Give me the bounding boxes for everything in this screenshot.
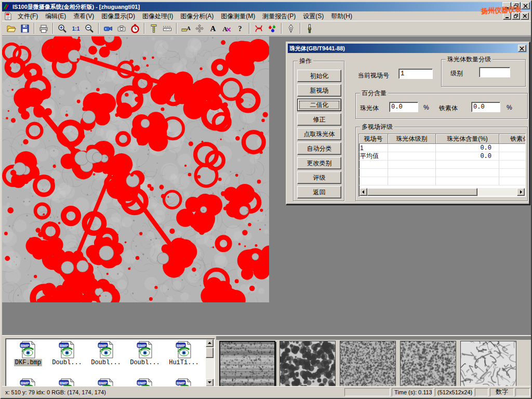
micrograph-image[interactable] <box>2 36 269 302</box>
table-horizontal-scrollbar[interactable] <box>360 188 525 196</box>
toolbar-button-help[interactable]: ? <box>233 22 247 35</box>
file-item[interactable]: BMPDoubl... <box>48 341 86 366</box>
table-cell <box>499 177 526 185</box>
toolbar-button-actual-size[interactable]: 1:1 <box>69 22 83 35</box>
toolbar-button-open[interactable] <box>5 22 18 35</box>
text-icon: A <box>208 23 218 34</box>
thumbnail-2[interactable] <box>280 341 336 388</box>
file-item[interactable]: BMPDoubl... <box>87 341 125 366</box>
timer-icon <box>130 23 140 34</box>
save-icon <box>20 23 30 34</box>
op-button-3[interactable]: 二值化 <box>297 99 341 111</box>
dialog-title-bar[interactable]: 珠光体(GB/T9441-88) <box>288 44 528 53</box>
file-vertical-scrollbar[interactable] <box>206 339 214 387</box>
menu-item[interactable]: 帮助(H) <box>327 11 356 21</box>
document-icon[interactable] <box>4 12 12 20</box>
toolbar-button-ruler[interactable] <box>161 22 174 35</box>
ruler-icon <box>162 23 172 34</box>
percent-group: 百分含量 珠光体 % 铁素体 % <box>355 93 528 119</box>
table-column-header[interactable]: 珠光体含量(%) <box>436 134 499 144</box>
menu-item[interactable]: 图像测量(M) <box>217 11 259 21</box>
menu-items: 文件(F)编辑(E)查看(V)图像显示(D)图像处理(I)图像分析(A)图像测量… <box>14 11 356 21</box>
file-item[interactable]: BMPHuiTi... <box>165 341 203 366</box>
table-column-header[interactable]: 视场号 <box>359 134 388 144</box>
menu-item[interactable]: 编辑(E) <box>42 11 70 21</box>
toolbar-button-timer[interactable] <box>128 22 142 35</box>
op-button-5[interactable]: 点取珠光体 <box>297 128 341 140</box>
file-browser[interactable]: BMPDKF.bmpBMPBMPDoubl...BMPBMPDoubl...BM… <box>5 338 215 388</box>
toolbar-separator <box>281 23 282 34</box>
scrollbar-track[interactable] <box>477 188 517 196</box>
menu-item[interactable]: 图像分析(A) <box>177 11 217 21</box>
dialog-title: 珠光体(GB/T9441-88) <box>289 45 345 52</box>
table-row[interactable] <box>359 161 526 169</box>
pearlite-unit: % <box>423 104 429 111</box>
bottom-panel: BMPDKF.bmpBMPBMPDoubl...BMPBMPDoubl...BM… <box>2 335 531 389</box>
dialog-close-button[interactable] <box>518 45 526 52</box>
current-field-input[interactable] <box>398 69 433 79</box>
thumbnail-4[interactable] <box>400 341 456 388</box>
point-marker-icon <box>267 23 277 34</box>
op-button-7[interactable]: 更改类别 <box>297 157 341 169</box>
toolbar-button-text[interactable]: A <box>206 22 220 35</box>
scroll-up-button[interactable] <box>206 339 214 347</box>
thumbnail-3[interactable] <box>340 341 396 388</box>
toolbar-button-text-delete[interactable]: A <box>220 22 233 35</box>
toolbar-button-zoom-out[interactable] <box>83 22 96 35</box>
ferrite-value-input[interactable] <box>471 102 500 112</box>
file-item[interactable]: BMPDKF.bmp <box>9 341 47 366</box>
scroll-down-button[interactable] <box>206 379 214 387</box>
table-column-header[interactable]: 铁素体含量(%) <box>499 134 526 144</box>
menu-item[interactable]: 查看(V) <box>70 11 98 21</box>
toolbar-button-brush[interactable] <box>303 22 316 35</box>
scrollbar-thumb[interactable] <box>206 348 214 358</box>
toolbar-separator <box>300 23 301 34</box>
toolbar-button-move[interactable] <box>193 22 206 35</box>
toolbar-button-print[interactable] <box>37 22 50 35</box>
toolbar-button-caliper[interactable] <box>147 22 161 35</box>
level-input[interactable] <box>479 67 510 77</box>
status-empty-2 <box>475 388 488 396</box>
bmp-file-icon: BMP <box>97 341 115 358</box>
toolbar-button-curve[interactable] <box>252 22 265 35</box>
toolbar-button-capture[interactable] <box>115 22 128 35</box>
zoom-in-icon <box>57 23 68 34</box>
toolbar-button-pen[interactable] <box>284 22 298 35</box>
op-button-9[interactable]: 返回 <box>297 186 341 198</box>
toolbar-button-video[interactable] <box>101 22 115 35</box>
menu-item[interactable]: 图像显示(D) <box>98 11 139 21</box>
table-column-header[interactable]: 珠光体级别 <box>388 134 436 144</box>
pearlite-value-input[interactable] <box>389 102 418 112</box>
svg-text:BMP: BMP <box>99 343 108 348</box>
ferrite-unit: % <box>507 104 512 111</box>
table-row[interactable] <box>359 177 526 185</box>
op-button-4[interactable]: 修正 <box>297 113 341 126</box>
table-row[interactable]: 10.0 <box>359 144 526 152</box>
scroll-left-button[interactable] <box>360 188 367 196</box>
thumbnail-1[interactable] <box>219 341 275 388</box>
op-button-2[interactable]: 新视场 <box>297 84 341 97</box>
menu-item[interactable]: 图像处理(I) <box>139 11 177 21</box>
menu-item[interactable]: 文件(F) <box>14 11 42 21</box>
table-cell <box>388 144 436 152</box>
file-item[interactable]: BMPDoubl... <box>126 341 164 366</box>
brush-icon <box>304 23 315 34</box>
op-button-1[interactable]: 初始化 <box>297 70 341 82</box>
menu-item[interactable]: 设置(S) <box>299 11 327 21</box>
table-row[interactable] <box>359 169 526 177</box>
menu-item[interactable]: 测量报告(P) <box>259 11 299 21</box>
close-button[interactable] <box>521 2 530 9</box>
toolbar-button-save[interactable] <box>18 22 32 35</box>
file-name: DKF.bmp <box>14 359 42 366</box>
rating-table[interactable]: 视场号珠光体级别珠光体含量(%)铁素体含量(%) 10.0平均值0.0 <box>358 134 526 197</box>
scrollbar-thumb[interactable] <box>367 188 477 196</box>
toolbar-button-measure-label[interactable]: A <box>179 22 193 35</box>
toolbar-button-zoom-in[interactable] <box>56 22 69 35</box>
op-button-6[interactable]: 自动分类 <box>297 142 341 155</box>
scroll-right-button[interactable] <box>517 188 525 196</box>
svg-text:BMP: BMP <box>99 381 108 385</box>
op-button-8[interactable]: 评级 <box>297 171 341 184</box>
table-row[interactable]: 平均值0.0 <box>359 152 526 161</box>
toolbar-button-points[interactable] <box>265 22 279 35</box>
thumbnail-5[interactable] <box>460 341 516 388</box>
